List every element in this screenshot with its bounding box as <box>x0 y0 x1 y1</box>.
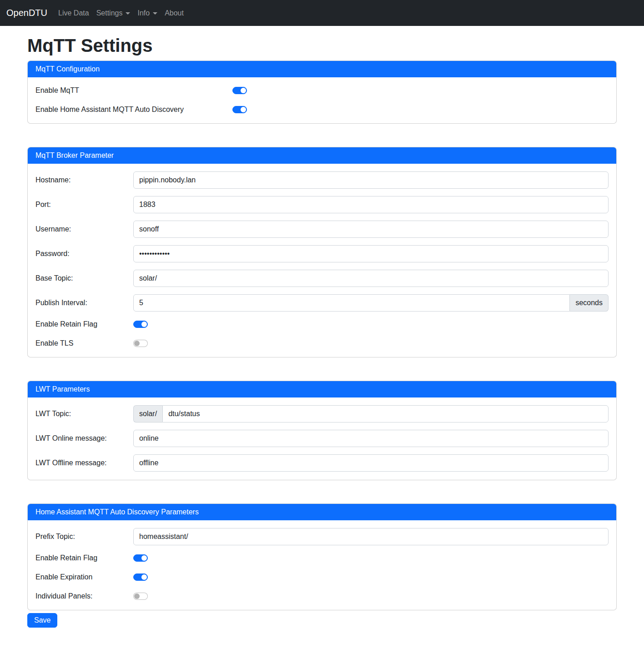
navbar: OpenDTU Live Data Settings Info About <box>0 0 644 26</box>
toggle-knob <box>134 594 140 599</box>
nav-item-label: Info <box>137 9 150 17</box>
chevron-down-icon <box>153 12 157 15</box>
card-body: Enable MqTT Enable Home Assistant MQTT A… <box>28 77 616 123</box>
form-row-lwt-offline: LWT Offline message: <box>35 454 609 472</box>
form-row-username: Username: <box>35 221 609 238</box>
page-container: MqTT Settings MqTT Configuration Enable … <box>27 35 617 628</box>
field-label: Username: <box>35 225 133 233</box>
password-input[interactable] <box>133 245 609 262</box>
toggle-knob <box>241 88 246 93</box>
field-label: Enable Expiration <box>35 573 133 581</box>
prefix-topic-input[interactable] <box>133 528 609 545</box>
form-row-password: Password: <box>35 245 609 262</box>
form-row-lwt-online: LWT Online message: <box>35 430 609 447</box>
nav-item-live-data[interactable]: Live Data <box>55 5 93 21</box>
lwt-topic-prefix: solar/ <box>133 405 162 423</box>
lwt-online-input[interactable] <box>133 430 609 447</box>
field-label: Prefix Topic: <box>35 533 133 541</box>
base-topic-input[interactable] <box>133 270 609 287</box>
field-label: Enable Retain Flag <box>35 554 133 562</box>
nav-item-info[interactable]: Info <box>134 5 161 21</box>
lwt-offline-input[interactable] <box>133 454 609 472</box>
form-row-individual-panels: Individual Panels: <box>35 591 609 602</box>
hass-retain-toggle[interactable] <box>133 554 148 562</box>
field-label: Enable Retain Flag <box>35 320 133 328</box>
field-label: Enable TLS <box>35 339 133 347</box>
card-body: Prefix Topic: Enable Retain Flag Enable … <box>28 520 616 610</box>
card-body: Hostname: Port: Username: Password: <box>28 164 616 357</box>
toggle-knob <box>141 322 147 327</box>
save-button[interactable]: Save <box>27 613 57 628</box>
field-label: LWT Online message: <box>35 434 133 443</box>
field-label: Enable Home Assistant MQTT Auto Discover… <box>35 106 232 114</box>
nav-item-label: About <box>165 9 184 17</box>
chevron-down-icon <box>126 12 130 15</box>
form-row-port: Port: <box>35 196 609 213</box>
form-row-hass-retain: Enable Retain Flag <box>35 553 609 563</box>
card-lwt-parameters: LWT Parameters LWT Topic: solar/ LWT Onl… <box>27 381 617 480</box>
field-label: Enable MqTT <box>35 86 232 95</box>
navbar-brand[interactable]: OpenDTU <box>5 6 55 20</box>
card-header-hass-discovery-parameters: Home Assistant MQTT Auto Discovery Param… <box>28 504 616 520</box>
publish-interval-input[interactable] <box>133 294 570 312</box>
form-row-enable-tls: Enable TLS <box>35 338 609 349</box>
field-label: Individual Panels: <box>35 592 133 600</box>
form-row-hass-expiration: Enable Expiration <box>35 572 609 583</box>
nav-item-settings[interactable]: Settings <box>93 5 134 21</box>
field-label: Password: <box>35 250 133 258</box>
page-title: MqTT Settings <box>27 35 617 56</box>
hostname-input[interactable] <box>133 171 609 189</box>
port-input[interactable] <box>133 196 609 213</box>
individual-panels-toggle[interactable] <box>133 593 148 600</box>
field-label: Port: <box>35 201 133 209</box>
nav-item-about[interactable]: About <box>161 5 187 21</box>
card-hass-discovery-parameters: Home Assistant MQTT Auto Discovery Param… <box>27 503 617 610</box>
enable-mqtt-toggle[interactable] <box>232 87 247 94</box>
username-input[interactable] <box>133 221 609 238</box>
field-label: LWT Topic: <box>35 410 133 418</box>
enable-retain-toggle[interactable] <box>133 321 148 328</box>
form-row-enable-hass-discovery: Enable Home Assistant MQTT Auto Discover… <box>35 104 609 115</box>
card-mqtt-configuration: MqTT Configuration Enable MqTT Enable Ho… <box>27 60 617 124</box>
field-label: Publish Interval: <box>35 299 133 307</box>
card-mqtt-broker-parameter: MqTT Broker Parameter Hostname: Port: Us… <box>27 147 617 357</box>
form-row-publish-interval: Publish Interval: seconds <box>35 294 609 312</box>
form-row-enable-retain: Enable Retain Flag <box>35 319 609 330</box>
form-row-base-topic: Base Topic: <box>35 270 609 287</box>
lwt-topic-input[interactable] <box>162 405 609 423</box>
card-body: LWT Topic: solar/ LWT Online message: LW… <box>28 397 616 480</box>
enable-tls-toggle[interactable] <box>133 340 148 347</box>
toggle-knob <box>141 555 147 561</box>
form-row-prefix-topic: Prefix Topic: <box>35 528 609 545</box>
field-label: Base Topic: <box>35 274 133 282</box>
field-label: LWT Offline message: <box>35 459 133 467</box>
nav-item-label: Live Data <box>58 9 89 17</box>
form-row-lwt-topic: LWT Topic: solar/ <box>35 405 609 423</box>
card-header-mqtt-broker-parameter: MqTT Broker Parameter <box>28 147 616 164</box>
form-row-enable-mqtt: Enable MqTT <box>35 85 609 96</box>
toggle-knob <box>241 107 246 112</box>
card-header-mqtt-configuration: MqTT Configuration <box>28 61 616 77</box>
nav-item-label: Settings <box>96 9 123 17</box>
field-label: Hostname: <box>35 176 133 184</box>
form-row-hostname: Hostname: <box>35 171 609 189</box>
toggle-knob <box>134 341 140 346</box>
toggle-knob <box>141 574 147 580</box>
enable-hass-discovery-toggle[interactable] <box>232 106 247 113</box>
card-header-lwt-parameters: LWT Parameters <box>28 381 616 397</box>
hass-expiration-toggle[interactable] <box>133 573 148 581</box>
seconds-suffix: seconds <box>570 294 609 312</box>
